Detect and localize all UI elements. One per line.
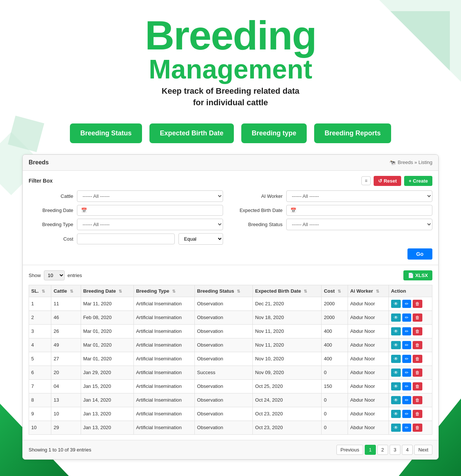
col-breeding-status[interactable]: Breeding Status ⇅	[195, 285, 253, 297]
col-breeding-type[interactable]: Breeding Type ⇅	[133, 285, 194, 297]
edit-button[interactable]: ✏	[402, 300, 411, 308]
cell-cost: 2000	[322, 311, 348, 324]
feature-btn-breeding-status[interactable]: Breeding Status	[70, 123, 142, 143]
entries-per-page-select[interactable]: 10 25 50 100	[44, 270, 65, 280]
ai-worker-select[interactable]: ------ All ------	[286, 190, 432, 202]
cell-breeding-type: Artificial Insemination	[133, 297, 194, 311]
cell-ai-worker: Abdur Noor	[348, 366, 389, 379]
delete-button[interactable]: 🗑	[413, 369, 422, 377]
col-ai-worker[interactable]: Ai Worker ⇅	[348, 285, 389, 297]
delete-button[interactable]: 🗑	[413, 327, 422, 335]
delete-button[interactable]: 🗑	[413, 382, 422, 390]
delete-button[interactable]: 🗑	[413, 424, 422, 432]
table-row: 9 10 Jan 13, 2020 Artificial Inseminatio…	[29, 407, 432, 421]
col-breeding-date[interactable]: Breeding Date ⇅	[81, 285, 133, 297]
view-button[interactable]: 👁	[391, 327, 401, 335]
view-button[interactable]: 👁	[391, 410, 401, 418]
col-expected-birth-date[interactable]: Expected Birth Date ⇅	[253, 285, 322, 297]
edit-button[interactable]: ✏	[402, 369, 411, 377]
cell-breeding-date: Jan 13, 2020	[81, 421, 133, 434]
cattle-select[interactable]: ------ All ------	[77, 190, 223, 202]
edit-button[interactable]: ✏	[402, 355, 411, 363]
cell-breeding-type: Artificial Insemination	[133, 366, 194, 379]
pagination-next-button[interactable]: Next	[414, 445, 432, 455]
view-button[interactable]: 👁	[391, 396, 401, 404]
breeding-status-select[interactable]: ------ All ------	[286, 219, 432, 230]
view-button[interactable]: 👁	[391, 355, 401, 363]
cell-cost: 400	[322, 324, 348, 338]
filter-row-cattle: Cattle ------ All ------	[29, 190, 223, 202]
view-button[interactable]: 👁	[391, 341, 401, 349]
edit-button[interactable]: ✏	[402, 424, 411, 432]
view-button[interactable]: 👁	[391, 382, 401, 390]
view-button[interactable]: 👁	[391, 300, 401, 308]
filter-section: Filter Box ≡ ↺ Reset + Create Cattle ---…	[23, 171, 438, 265]
delete-button[interactable]: 🗑	[413, 396, 422, 404]
cell-expected-birth-date: Nov 10, 2020	[253, 352, 322, 366]
edit-button[interactable]: ✏	[402, 410, 411, 418]
breeding-type-label: Breeding Type	[29, 222, 73, 227]
cell-ai-worker: Abdur Noor	[348, 297, 389, 311]
cell-expected-birth-date: Nov 18, 2020	[253, 311, 322, 324]
table-section: Show 10 25 50 100 entries 📄 XLSX	[23, 265, 438, 440]
filter-go-button[interactable]: Go	[407, 248, 432, 260]
feature-btn-breeding-type[interactable]: Breeding type	[241, 123, 307, 143]
cell-action: 👁 ✏ 🗑	[389, 297, 432, 311]
col-cost[interactable]: Cost ⇅	[322, 285, 348, 297]
pagination-page-2[interactable]: 2	[377, 445, 388, 455]
delete-button[interactable]: 🗑	[413, 341, 422, 349]
edit-button[interactable]: ✏	[402, 382, 411, 390]
delete-button[interactable]: 🗑	[413, 410, 422, 418]
breeding-date-input[interactable]: 📅	[77, 205, 223, 216]
cell-expected-birth-date: Oct 25, 2020	[253, 379, 322, 393]
cell-cost: 0	[322, 407, 348, 421]
cell-expected-birth-date: Nov 11, 2020	[253, 324, 322, 338]
pagination-page-3[interactable]: 3	[390, 445, 400, 455]
hero-subtitle-line2: for individual cattle	[193, 98, 268, 107]
cost-input[interactable]	[77, 234, 175, 244]
hero-title-breeding: Breeding	[22, 15, 439, 56]
edit-button[interactable]: ✏	[402, 396, 411, 404]
pagination-page-4[interactable]: 4	[402, 445, 413, 455]
cell-cost: 0	[322, 393, 348, 407]
cell-sl: 4	[29, 338, 51, 352]
breeding-type-select[interactable]: ------ All ------	[77, 219, 223, 230]
view-button[interactable]: 👁	[391, 369, 401, 377]
delete-button[interactable]: 🗑	[413, 355, 422, 363]
pagination-page-1[interactable]: 1	[365, 445, 375, 455]
feature-btn-breeding-reports[interactable]: Breeding Reports	[314, 123, 391, 143]
hero-subtitle: Keep track of Breeding related data for …	[22, 86, 439, 109]
table-body: 1 11 Mar 11, 2020 Artificial Inseminatio…	[29, 297, 432, 434]
cell-ai-worker: Abdur Noor	[348, 421, 389, 434]
pagination-summary: Showing 1 to 10 of 39 entries	[29, 447, 91, 453]
hero-subtitle-line1: Keep track of Breeding related data	[162, 86, 299, 96]
edit-button[interactable]: ✏	[402, 327, 411, 335]
cell-sl: 5	[29, 352, 51, 366]
col-sl[interactable]: SL. ⇅	[29, 285, 51, 297]
feature-btn-expected-birth-date[interactable]: Expected Birth Date	[149, 123, 234, 143]
filter-create-button[interactable]: + Create	[404, 176, 432, 186]
delete-button[interactable]: 🗑	[413, 313, 422, 322]
hero-section: Breeding Management Keep track of Breedi…	[22, 15, 439, 109]
cell-cost: 2000	[322, 297, 348, 311]
cell-action: 👁 ✏ 🗑	[389, 352, 432, 366]
view-button[interactable]: 👁	[391, 424, 401, 432]
calendar-icon: 📅	[81, 208, 87, 213]
breadcrumb: 🐄 Breeds » Listing	[389, 160, 432, 165]
expected-birth-date-input[interactable]: 📅	[286, 205, 432, 216]
filter-reset-button[interactable]: ↺ Reset	[374, 176, 401, 186]
edit-button[interactable]: ✏	[402, 341, 411, 349]
pagination-previous-button[interactable]: Previous	[336, 445, 364, 455]
cell-action: 👁 ✏ 🗑	[389, 393, 432, 407]
xlsx-export-button[interactable]: 📄 XLSX	[403, 270, 432, 280]
entries-control: Show 10 25 50 100 entries	[29, 270, 82, 280]
cell-ai-worker: Abdur Noor	[348, 407, 389, 421]
cell-breeding-date: Feb 08, 2020	[81, 311, 133, 324]
delete-button[interactable]: 🗑	[413, 300, 422, 308]
view-button[interactable]: 👁	[391, 313, 401, 322]
cell-cattle: 49	[51, 338, 81, 352]
filter-toggle-button[interactable]: ≡	[361, 176, 371, 185]
cost-comparator-select[interactable]: Equal Greater Than Less Than	[178, 233, 223, 245]
col-cattle[interactable]: Cattle ⇅	[51, 285, 81, 297]
edit-button[interactable]: ✏	[402, 313, 411, 322]
